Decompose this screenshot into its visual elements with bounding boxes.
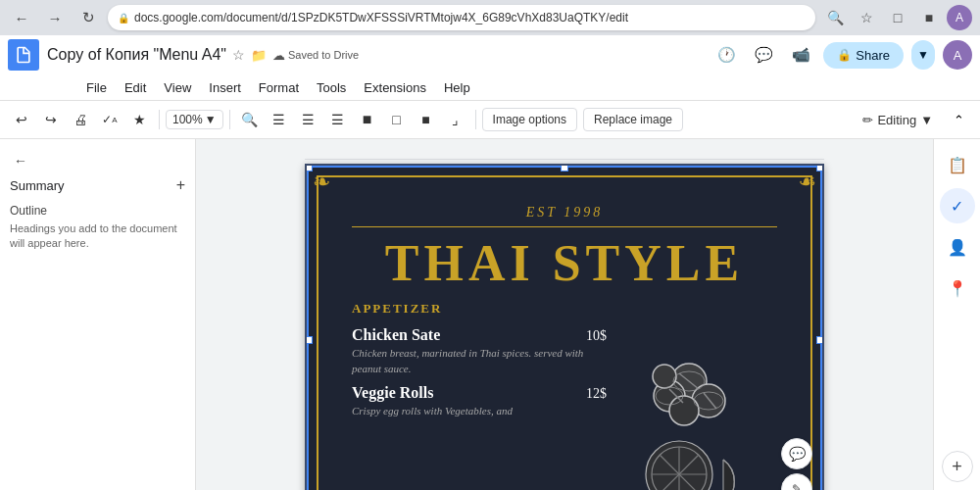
right-panel-check-btn[interactable]: ✓	[940, 188, 975, 223]
tb-fill-btn[interactable]: ■	[413, 106, 440, 133]
right-panel-maps-btn[interactable]: 📍	[940, 270, 975, 306]
sidebar-toggle-button[interactable]: ←	[10, 149, 31, 172]
document-title[interactable]: Copy of Копия "Menu A4"	[47, 46, 226, 64]
docs-logo	[8, 39, 39, 71]
spellcheck-button[interactable]: ✓A	[96, 106, 123, 133]
docs-top-bar: Copy of Копия "Menu A4" ☆ 📁 ☁ Saved to D…	[0, 35, 980, 74]
main-area: ← Summary + Outline Headings you add to …	[0, 139, 980, 490]
chrome-right-controls: 🔍 ☆ □ ■ A	[821, 4, 972, 31]
sidebar-outline-section: Outline Headings you add to the document…	[10, 204, 185, 252]
image-options-button[interactable]: Image options	[482, 108, 577, 131]
print-button[interactable]: 🖨	[67, 106, 94, 133]
sidebar-summary-section: Summary +	[10, 172, 185, 198]
right-panel: 📋 ✓ 👤 📍 +	[933, 139, 980, 490]
resize-handle-mr[interactable]	[816, 336, 824, 344]
gold-corner-tr: ❧	[799, 172, 816, 193]
cloud-icon: ☁	[272, 48, 285, 63]
editing-dropdown-icon: ▼	[920, 113, 933, 127]
undo-button[interactable]: ↩	[8, 106, 35, 133]
item2-price: 12$	[586, 386, 607, 402]
back-button[interactable]: ←	[8, 4, 35, 31]
user-avatar[interactable]: A	[943, 40, 972, 70]
replace-image-button[interactable]: Replace image	[583, 108, 683, 131]
bookmark-icon-btn[interactable]: ☆	[853, 4, 880, 31]
outline-label: Outline	[10, 204, 47, 218]
tb-search-btn[interactable]: 🔍	[236, 106, 264, 133]
toolbar-divider-2	[229, 110, 230, 129]
zoom-value: 100%	[172, 113, 203, 126]
address-bar[interactable]: 🔒 docs.google.com/document/d/1SPzDK5TDwX…	[108, 5, 815, 30]
comment-float-button[interactable]: 💬	[781, 438, 812, 469]
toolbar-divider-1	[159, 110, 160, 129]
summary-add-button[interactable]: +	[176, 176, 185, 194]
outline-hint-text: Headings you add to the document will ap…	[10, 221, 185, 252]
appetizer-label: APPETIZER	[352, 301, 607, 317]
menu-help[interactable]: Help	[436, 78, 478, 97]
item1-price: 10$	[586, 328, 607, 344]
extension-icon-btn[interactable]: ■	[915, 4, 943, 31]
resize-handle-ml[interactable]	[305, 336, 313, 344]
saved-text: Saved to Drive	[288, 49, 359, 61]
redo-button[interactable]: ↪	[37, 106, 65, 133]
tb-color-btn[interactable]: ■	[354, 106, 381, 133]
document-canvas[interactable]: ❧ ❧ ❧ ❧ EST 1998 THAI STYLE	[196, 139, 933, 490]
editing-mode-button[interactable]: ✏ Editing ▼	[855, 109, 941, 131]
menu-extensions[interactable]: Extensions	[356, 78, 434, 97]
item1-description: Chicken breast, marinated in Thai spices…	[352, 346, 607, 376]
svg-point-4	[653, 365, 676, 388]
resize-handle-tl[interactable]	[305, 164, 313, 172]
title-divider	[352, 226, 777, 227]
paint-format-button[interactable]: ★	[125, 106, 153, 133]
share-button[interactable]: 🔒 Share	[823, 42, 904, 69]
share-dropdown-btn[interactable]: ▼	[911, 40, 935, 70]
document-page[interactable]: ❧ ❧ ❧ ❧ EST 1998 THAI STYLE	[305, 164, 824, 490]
video-icon-btn[interactable]: 📹	[786, 40, 815, 70]
est-text: EST 1998	[352, 205, 777, 220]
right-panel-people-btn[interactable]: 👤	[940, 229, 975, 265]
item1-name: Chicken Sate	[352, 326, 440, 344]
tab-icon-btn[interactable]: □	[884, 4, 911, 31]
item2-name: Veggie Rolls	[352, 384, 433, 402]
history-icon-btn[interactable]: 🕐	[711, 40, 741, 70]
edit-float-button[interactable]: ✎	[781, 473, 812, 490]
tb-list3-btn[interactable]: ☰	[324, 106, 352, 133]
resize-handle-tr[interactable]	[816, 164, 824, 172]
secure-icon: 🔒	[118, 13, 129, 24]
reload-button[interactable]: ↻	[74, 4, 102, 31]
tb-crop-btn[interactable]: ⌟	[442, 106, 469, 133]
menu-file[interactable]: File	[78, 78, 115, 97]
tb-border-btn[interactable]: □	[383, 106, 411, 133]
docs-top-right: 🕐 💬 📹 🔒 Share ▼ A	[711, 40, 972, 70]
tb-list2-btn[interactable]: ☰	[295, 106, 322, 133]
editing-label: Editing	[877, 113, 916, 127]
chat-icon-btn[interactable]: 💬	[749, 40, 778, 70]
tb-list1-btn[interactable]: ☰	[266, 106, 293, 133]
document-sidebar: ← Summary + Outline Headings you add to …	[0, 139, 196, 490]
chrome-avatar[interactable]: A	[947, 5, 972, 30]
menu-item-veggie-rolls-row: Veggie Rolls 12$	[352, 384, 607, 402]
menu-format[interactable]: Format	[251, 78, 307, 97]
right-panel-add-button[interactable]: +	[942, 451, 973, 482]
zoom-selector[interactable]: 100% ▼	[166, 110, 223, 129]
pencil-icon: ✏	[862, 113, 873, 127]
chrome-browser-bar: ← → ↻ 🔒 docs.google.com/document/d/1SPzD…	[0, 0, 980, 35]
docs-title-area: Copy of Копия "Menu A4" ☆ 📁 ☁ Saved to D…	[47, 46, 704, 64]
menu-insert[interactable]: Insert	[201, 78, 249, 97]
menu-tools[interactable]: Tools	[309, 78, 354, 97]
forward-button[interactable]: →	[41, 4, 69, 31]
horizontal-ruler	[305, 159, 824, 160]
right-panel-notes-btn[interactable]: 📋	[940, 147, 975, 182]
menu-title: THAI STYLE	[352, 235, 777, 291]
toolbar-collapse-button[interactable]: ⌃	[945, 106, 972, 133]
toolbar-divider-3	[475, 110, 476, 129]
lock-icon: 🔒	[837, 48, 852, 62]
saved-indicator: ☁ Saved to Drive	[272, 48, 359, 63]
menu-edit[interactable]: Edit	[117, 78, 154, 97]
food-illustration	[611, 322, 767, 490]
zoom-dropdown-icon: ▼	[205, 113, 217, 126]
search-icon-btn[interactable]: 🔍	[821, 4, 849, 31]
resize-handle-tm[interactable]	[561, 164, 568, 172]
menu-view[interactable]: View	[156, 78, 199, 97]
star-icon[interactable]: ☆	[232, 47, 245, 63]
item2-description: Crispy egg rolls with Vegetables, and	[352, 404, 607, 418]
